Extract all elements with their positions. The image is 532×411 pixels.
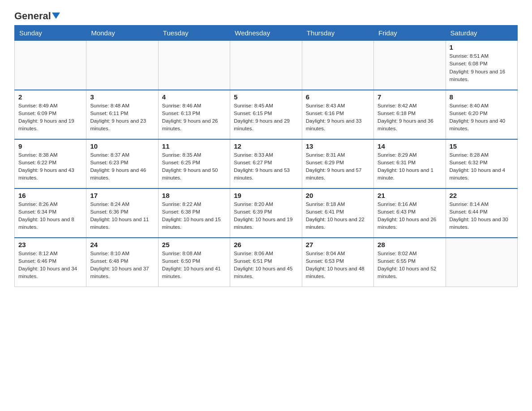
calendar-cell [86, 41, 158, 90]
day-info: Sunrise: 8:48 AMSunset: 6:11 PMDaylight:… [90, 102, 154, 133]
calendar-cell: 8Sunrise: 8:40 AMSunset: 6:20 PMDaylight… [446, 90, 517, 139]
page-header: General [14, 11, 518, 21]
day-info: Sunrise: 8:10 AMSunset: 6:48 PMDaylight:… [90, 250, 154, 281]
calendar-cell: 14Sunrise: 8:29 AMSunset: 6:31 PMDayligh… [374, 139, 446, 188]
day-number: 15 [450, 142, 514, 150]
calendar-cell: 11Sunrise: 8:35 AMSunset: 6:25 PMDayligh… [158, 139, 230, 188]
calendar-cell: 7Sunrise: 8:42 AMSunset: 6:18 PMDaylight… [374, 90, 446, 139]
day-number: 14 [378, 142, 442, 150]
day-number: 18 [162, 192, 226, 199]
day-number: 12 [234, 142, 298, 150]
day-info: Sunrise: 8:51 AMSunset: 6:08 PMDaylight:… [450, 52, 514, 83]
calendar-cell: 10Sunrise: 8:37 AMSunset: 6:23 PMDayligh… [86, 139, 158, 188]
calendar-week-row: 1Sunrise: 8:51 AMSunset: 6:08 PMDaylight… [15, 41, 518, 90]
calendar-cell [15, 41, 86, 90]
calendar-cell: 24Sunrise: 8:10 AMSunset: 6:48 PMDayligh… [86, 238, 158, 287]
day-info: Sunrise: 8:04 AMSunset: 6:53 PMDaylight:… [306, 250, 370, 281]
day-info: Sunrise: 8:22 AMSunset: 6:38 PMDaylight:… [162, 201, 226, 231]
calendar-cell: 19Sunrise: 8:20 AMSunset: 6:39 PMDayligh… [230, 188, 302, 238]
calendar-cell: 13Sunrise: 8:31 AMSunset: 6:29 PMDayligh… [302, 139, 373, 188]
day-number: 3 [90, 93, 154, 101]
calendar-cell: 15Sunrise: 8:28 AMSunset: 6:32 PMDayligh… [446, 139, 517, 188]
day-info: Sunrise: 8:29 AMSunset: 6:31 PMDaylight:… [378, 151, 442, 182]
weekday-header-monday: Monday [86, 26, 158, 41]
calendar-cell: 4Sunrise: 8:46 AMSunset: 6:13 PMDaylight… [158, 90, 230, 139]
day-number: 26 [234, 241, 298, 248]
day-number: 24 [90, 241, 154, 248]
calendar-table: SundayMondayTuesdayWednesdayThursdayFrid… [14, 25, 518, 287]
weekday-header-wednesday: Wednesday [230, 26, 302, 41]
day-number: 5 [234, 93, 298, 101]
calendar-cell: 27Sunrise: 8:04 AMSunset: 6:53 PMDayligh… [302, 238, 373, 287]
calendar-cell: 25Sunrise: 8:08 AMSunset: 6:50 PMDayligh… [158, 238, 230, 287]
weekday-header-sunday: Sunday [15, 26, 86, 41]
calendar-cell: 20Sunrise: 8:18 AMSunset: 6:41 PMDayligh… [302, 188, 373, 238]
day-number: 7 [378, 93, 442, 101]
day-info: Sunrise: 8:31 AMSunset: 6:29 PMDaylight:… [306, 151, 370, 182]
day-number: 19 [234, 192, 298, 199]
day-number: 20 [306, 192, 370, 199]
day-info: Sunrise: 8:40 AMSunset: 6:20 PMDaylight:… [450, 102, 514, 133]
day-number: 27 [306, 241, 370, 248]
day-number: 13 [306, 142, 370, 150]
day-number: 28 [378, 241, 442, 248]
day-number: 21 [378, 192, 442, 199]
day-info: Sunrise: 8:16 AMSunset: 6:43 PMDaylight:… [378, 201, 442, 231]
weekday-header-row: SundayMondayTuesdayWednesdayThursdayFrid… [15, 26, 518, 41]
day-info: Sunrise: 8:20 AMSunset: 6:39 PMDaylight:… [234, 201, 298, 231]
day-number: 22 [450, 192, 514, 199]
calendar-cell [158, 41, 230, 90]
day-info: Sunrise: 8:26 AMSunset: 6:34 PMDaylight:… [18, 201, 82, 231]
calendar-cell [374, 41, 446, 90]
day-info: Sunrise: 8:45 AMSunset: 6:15 PMDaylight:… [234, 102, 298, 133]
calendar-cell: 21Sunrise: 8:16 AMSunset: 6:43 PMDayligh… [374, 188, 446, 238]
day-info: Sunrise: 8:06 AMSunset: 6:51 PMDaylight:… [234, 250, 298, 281]
day-info: Sunrise: 8:24 AMSunset: 6:36 PMDaylight:… [90, 201, 154, 231]
calendar-cell: 1Sunrise: 8:51 AMSunset: 6:08 PMDaylight… [446, 41, 517, 90]
calendar-cell [230, 41, 302, 90]
day-info: Sunrise: 8:37 AMSunset: 6:23 PMDaylight:… [90, 151, 154, 182]
calendar-cell: 16Sunrise: 8:26 AMSunset: 6:34 PMDayligh… [15, 188, 86, 238]
weekday-header-thursday: Thursday [302, 26, 373, 41]
calendar-cell [446, 238, 517, 287]
day-number: 25 [162, 241, 226, 248]
calendar-cell [302, 41, 373, 90]
day-number: 17 [90, 192, 154, 199]
calendar-cell: 9Sunrise: 8:38 AMSunset: 6:22 PMDaylight… [15, 139, 86, 188]
day-number: 9 [18, 142, 82, 150]
calendar-cell: 22Sunrise: 8:14 AMSunset: 6:44 PMDayligh… [446, 188, 517, 238]
day-number: 11 [162, 142, 226, 150]
day-info: Sunrise: 8:33 AMSunset: 6:27 PMDaylight:… [234, 151, 298, 182]
calendar-cell: 23Sunrise: 8:12 AMSunset: 6:46 PMDayligh… [15, 238, 86, 287]
day-number: 2 [18, 93, 82, 101]
calendar-cell: 28Sunrise: 8:02 AMSunset: 6:55 PMDayligh… [374, 238, 446, 287]
calendar-cell: 2Sunrise: 8:49 AMSunset: 6:09 PMDaylight… [15, 90, 86, 139]
weekday-header-saturday: Saturday [446, 26, 517, 41]
calendar-cell: 6Sunrise: 8:43 AMSunset: 6:16 PMDaylight… [302, 90, 373, 139]
day-info: Sunrise: 8:14 AMSunset: 6:44 PMDaylight:… [450, 201, 514, 231]
day-info: Sunrise: 8:35 AMSunset: 6:25 PMDaylight:… [162, 151, 226, 182]
calendar-cell: 3Sunrise: 8:48 AMSunset: 6:11 PMDaylight… [86, 90, 158, 139]
calendar-week-row: 9Sunrise: 8:38 AMSunset: 6:22 PMDaylight… [15, 139, 518, 188]
day-info: Sunrise: 8:28 AMSunset: 6:32 PMDaylight:… [450, 151, 514, 182]
weekday-header-friday: Friday [374, 26, 446, 41]
calendar-week-row: 23Sunrise: 8:12 AMSunset: 6:46 PMDayligh… [15, 238, 518, 287]
day-number: 10 [90, 142, 154, 150]
day-info: Sunrise: 8:43 AMSunset: 6:16 PMDaylight:… [306, 102, 370, 133]
calendar-week-row: 16Sunrise: 8:26 AMSunset: 6:34 PMDayligh… [15, 188, 518, 238]
calendar-cell: 26Sunrise: 8:06 AMSunset: 6:51 PMDayligh… [230, 238, 302, 287]
day-number: 6 [306, 93, 370, 101]
day-info: Sunrise: 8:42 AMSunset: 6:18 PMDaylight:… [378, 102, 442, 133]
day-info: Sunrise: 8:46 AMSunset: 6:13 PMDaylight:… [162, 102, 226, 133]
day-number: 4 [162, 93, 226, 101]
calendar-cell: 17Sunrise: 8:24 AMSunset: 6:36 PMDayligh… [86, 188, 158, 238]
day-info: Sunrise: 8:18 AMSunset: 6:41 PMDaylight:… [306, 201, 370, 231]
calendar-week-row: 2Sunrise: 8:49 AMSunset: 6:09 PMDaylight… [15, 90, 518, 139]
day-number: 1 [450, 43, 514, 51]
calendar-cell: 5Sunrise: 8:45 AMSunset: 6:15 PMDaylight… [230, 90, 302, 139]
day-info: Sunrise: 8:49 AMSunset: 6:09 PMDaylight:… [18, 102, 82, 133]
logo-text: General [14, 11, 60, 21]
day-info: Sunrise: 8:38 AMSunset: 6:22 PMDaylight:… [18, 151, 82, 182]
day-info: Sunrise: 8:02 AMSunset: 6:55 PMDaylight:… [378, 250, 442, 281]
calendar-cell: 12Sunrise: 8:33 AMSunset: 6:27 PMDayligh… [230, 139, 302, 188]
